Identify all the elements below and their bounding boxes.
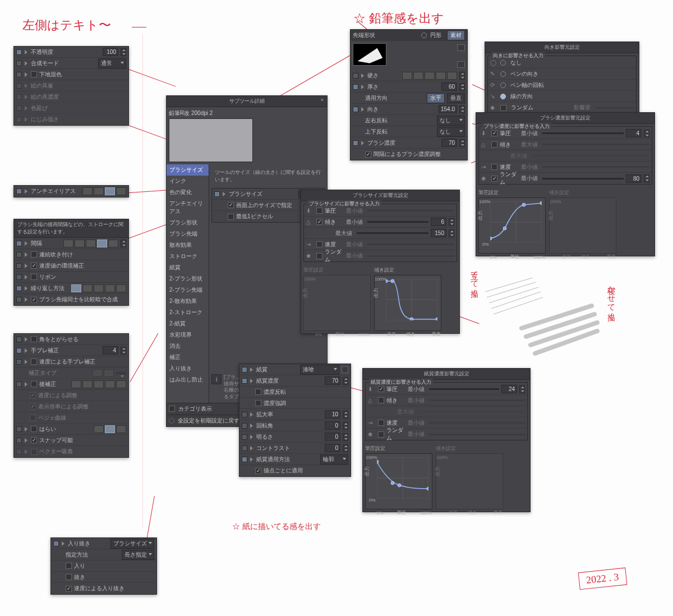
checkbox-shitaji[interactable]: [31, 71, 37, 77]
checkbox-density-emph[interactable]: [255, 400, 261, 406]
spinner[interactable]: [343, 433, 348, 441]
indicator[interactable]: [16, 337, 22, 342]
checkbox-pressure[interactable]: [316, 208, 322, 214]
slider[interactable]: [357, 232, 428, 234]
expand-icon[interactable]: [24, 382, 29, 387]
indicator[interactable]: [242, 378, 247, 384]
indicator[interactable]: [16, 61, 22, 66]
category-item[interactable]: はみ出し防止: [167, 374, 209, 385]
expand-icon[interactable]: [250, 367, 254, 372]
indicator[interactable]: [16, 274, 22, 280]
category-item[interactable]: ブラシサイズ: [167, 164, 209, 176]
spinner[interactable]: [449, 218, 454, 226]
paper-density-value[interactable]: 70: [325, 376, 340, 385]
expand-icon[interactable]: [24, 427, 29, 431]
tip-preview[interactable]: [353, 43, 386, 66]
paper-browse-icon[interactable]: [342, 366, 348, 373]
thickness-value[interactable]: 60: [441, 82, 457, 91]
aa-options[interactable]: [82, 187, 126, 195]
category-item[interactable]: 消去: [167, 341, 209, 352]
spinner[interactable]: [459, 139, 465, 147]
checkbox-atohosei[interactable]: [31, 381, 37, 387]
indicator[interactable]: [16, 263, 22, 269]
pressure-graph[interactable]: 100% 0% 出力 0% 筆圧 100%: [365, 453, 432, 509]
checkbox-tilt[interactable]: [491, 141, 497, 148]
category-item[interactable]: 2-ブラシ先端: [167, 284, 209, 296]
expand-icon[interactable]: [24, 61, 29, 66]
radio-line-dir[interactable]: [500, 94, 506, 99]
indicator[interactable]: [16, 286, 22, 291]
close-icon[interactable]: ×: [321, 97, 324, 103]
spinner[interactable]: [459, 72, 465, 80]
category-item[interactable]: アンチエイリアス: [167, 198, 209, 217]
checkbox-random[interactable]: [491, 176, 497, 182]
radio-none[interactable]: [500, 60, 506, 66]
indicator[interactable]: [353, 84, 358, 90]
indicator[interactable]: [16, 252, 22, 258]
category-item[interactable]: 紙質: [167, 262, 209, 273]
indicator[interactable]: [16, 189, 22, 194]
checkbox-out[interactable]: [66, 574, 72, 580]
indicator[interactable]: [242, 423, 247, 429]
expand-icon[interactable]: [24, 297, 29, 302]
checkbox-sokudo-tebure[interactable]: [31, 358, 37, 365]
repeat-thumbs[interactable]: [71, 284, 126, 292]
indicator[interactable]: [53, 541, 59, 546]
expand-icon[interactable]: [24, 252, 29, 257]
expand-icon[interactable]: [24, 275, 29, 279]
checkbox-sokudo-inout[interactable]: [66, 586, 72, 592]
checkbox-pressure[interactable]: [491, 130, 497, 136]
indicator[interactable]: [242, 412, 247, 417]
spinner[interactable]: [121, 48, 126, 56]
radio-pen-dir[interactable]: [500, 71, 506, 77]
checkbox-random[interactable]: [378, 431, 384, 438]
indicator[interactable]: [353, 107, 358, 112]
checkbox-in[interactable]: [66, 563, 72, 569]
indicator[interactable]: [16, 241, 22, 246]
checkbox-ribbon[interactable]: [31, 274, 37, 280]
expand-icon[interactable]: [250, 424, 254, 428]
category-item[interactable]: 2-散布効果: [167, 296, 209, 307]
tilt-max-value[interactable]: 150: [431, 229, 446, 237]
indicator[interactable]: [242, 445, 247, 451]
category-item[interactable]: 色の変化: [167, 187, 209, 198]
tilt-min-value[interactable]: 6: [431, 218, 446, 226]
indicator[interactable]: [16, 438, 22, 443]
spinner[interactable]: [121, 347, 126, 355]
indicator[interactable]: [16, 348, 22, 353]
indicator[interactable]: [242, 457, 247, 462]
indicator[interactable]: [16, 297, 22, 302]
checkbox-cat-show[interactable]: [169, 406, 175, 412]
spinner[interactable]: [343, 411, 348, 419]
checkbox-renzoku[interactable]: [31, 251, 37, 258]
spinner[interactable]: [343, 422, 348, 430]
indicator[interactable]: [16, 72, 22, 77]
checkbox-brush-anpi[interactable]: [31, 297, 37, 303]
blend-dropdown[interactable]: 通常: [98, 58, 126, 68]
checkbox-tilt[interactable]: [378, 397, 384, 403]
spinner[interactable]: [343, 444, 348, 452]
interval-thumbs[interactable]: [63, 240, 118, 247]
irinuki-dropdown[interactable]: ブラシサイズ: [110, 539, 154, 549]
checkbox-random[interactable]: [316, 253, 322, 259]
category-item[interactable]: 2-ストローク: [167, 307, 209, 318]
rot-value[interactable]: 0: [325, 421, 340, 430]
indicator[interactable]: [16, 49, 22, 55]
category-item[interactable]: インク: [167, 176, 209, 187]
indicator[interactable]: [16, 426, 22, 432]
checkbox-speed[interactable]: [316, 241, 322, 247]
expand-icon[interactable]: [250, 435, 254, 439]
indicator[interactable]: [16, 359, 22, 365]
checkbox-pressure[interactable]: [378, 386, 384, 392]
spinner[interactable]: [644, 130, 649, 137]
slider[interactable]: [542, 132, 624, 134]
scale-value[interactable]: 10: [325, 410, 340, 419]
expand-icon[interactable]: [361, 73, 365, 78]
button-material[interactable]: 素材: [447, 30, 465, 40]
checkbox-random[interactable]: [500, 105, 506, 111]
category-item[interactable]: 2-紙質: [167, 318, 209, 329]
contrast-value[interactable]: 0: [325, 444, 340, 452]
harai-thumbs[interactable]: [94, 425, 126, 433]
spinner[interactable]: [644, 174, 649, 182]
expand-icon[interactable]: [361, 85, 365, 89]
